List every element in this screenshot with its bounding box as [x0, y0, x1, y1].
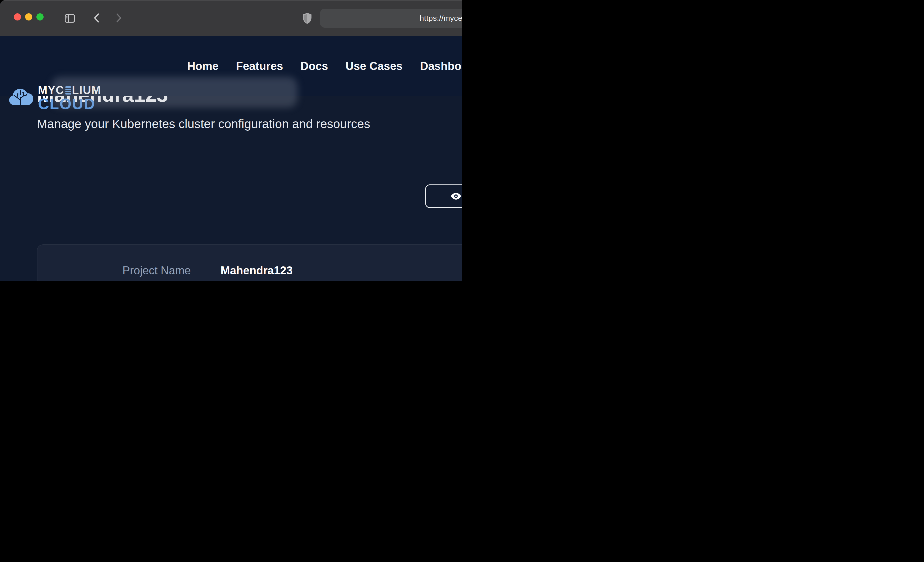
forward-icon[interactable]: [112, 11, 125, 27]
close-window-button[interactable]: [14, 13, 21, 21]
browser-window: https://myceliumcloud.tf: [0, 0, 462, 281]
cpu-label: CPU: [406, 264, 462, 277]
nav-link-features[interactable]: Features: [236, 60, 283, 72]
browser-chrome: https://myceliumcloud.tf: [0, 0, 462, 36]
zoom-window-button[interactable]: [36, 13, 44, 21]
minimize-window-button[interactable]: [25, 13, 32, 21]
eye-icon: [450, 190, 462, 202]
cluster-panel: Project Name Mahendra123 CPU 4 Created 1…: [37, 244, 462, 281]
traffic-lights: [14, 13, 44, 21]
page-subtitle: Manage your Kubernetes cluster configura…: [37, 117, 370, 131]
nav-link-docs[interactable]: Docs: [301, 60, 328, 72]
nav-link-home[interactable]: Home: [187, 60, 219, 72]
mycelium-cloud-logo-icon[interactable]: [8, 84, 35, 108]
project-name-value: Mahendra123: [191, 264, 406, 277]
cluster-info-grid: Project Name Mahendra123 CPU 4 Created 1…: [38, 257, 462, 281]
url-text: https://myceliumcloud.tf: [420, 14, 462, 22]
project-name-label: Project Name: [38, 264, 191, 277]
blurred-redaction-overlay: [51, 77, 297, 108]
privacy-shield-icon[interactable]: [302, 12, 313, 27]
nav-link-use-cases[interactable]: Use Cases: [345, 60, 403, 72]
nav-link-dashboard[interactable]: Dashboard: [420, 60, 462, 72]
address-bar[interactable]: https://myceliumcloud.tf: [320, 9, 462, 28]
back-icon[interactable]: [90, 11, 104, 27]
show-kubeconfig-button[interactable]: Show Kubeconfig: [425, 184, 462, 208]
sidebar-toggle-icon[interactable]: [64, 12, 76, 27]
